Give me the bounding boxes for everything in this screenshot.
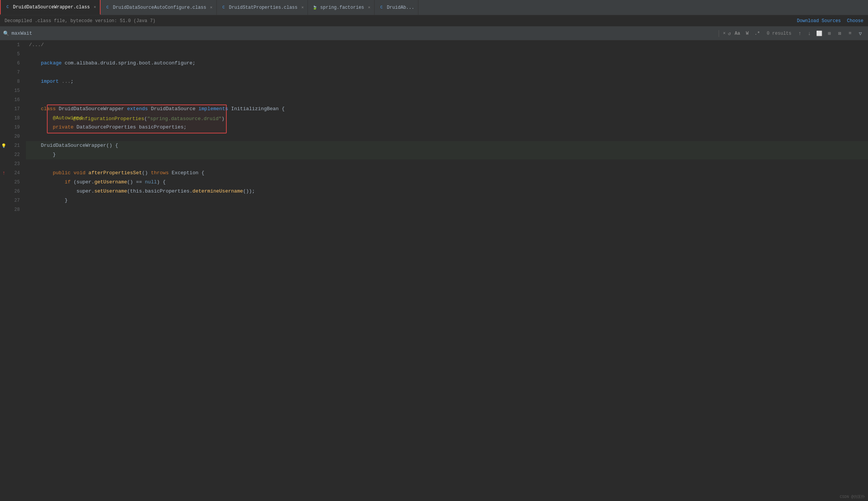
search-input[interactable] [11, 31, 715, 36]
gutter-17 [0, 104, 8, 114]
results-count: 0 results [767, 31, 791, 36]
tab-close-statproperties[interactable]: × [301, 5, 304, 10]
linenum-26: 26 [11, 187, 23, 196]
gutter-8 [0, 77, 8, 86]
tab-statproperties[interactable]: C DruidStatProperties.class × [217, 0, 308, 15]
code-line-1: /.../ [26, 40, 868, 50]
code-line-7 [26, 68, 868, 77]
code-line-19: private DataSourceProperties basicProper… [26, 123, 868, 132]
linenum-28: 28 [11, 205, 23, 214]
code-line-22: } [26, 150, 868, 159]
tab-icon-spring: 🍃 [312, 5, 318, 11]
tab-icon-druidab: C [378, 5, 384, 11]
tab-druid-wrapper[interactable]: C DruidDataSourceWrapper.class × [0, 0, 101, 15]
linenum-24: 24 [11, 169, 23, 178]
linenum-27: 27 [11, 196, 23, 205]
code-line-23 [26, 159, 868, 169]
code-line-5 [26, 50, 868, 59]
linenum-15: 15 [11, 86, 23, 95]
linenum-23: 23 [11, 159, 23, 169]
code-line-6: package com.alibaba.druid.spring.boot.au… [26, 59, 868, 68]
gutter-23 [0, 159, 8, 169]
linenum-6: 6 [11, 59, 23, 68]
tab-label-druidab: DruidAb... [387, 5, 414, 10]
code-line-15 [26, 86, 868, 95]
search-clear-button[interactable]: × [723, 31, 725, 36]
tab-close-wrapper[interactable]: × [94, 5, 96, 10]
search-word-btn[interactable]: W [743, 29, 751, 38]
next-result-btn[interactable]: ↓ [805, 29, 814, 38]
linenum-18: 18 [11, 114, 23, 123]
linenum-16: 16 [11, 95, 23, 104]
options-icon-btn[interactable]: ⊞ [825, 29, 834, 38]
code-line-25: if (super.getUsername() == null) { [26, 178, 868, 187]
tab-spring-factories[interactable]: 🍃 spring.factories × [308, 0, 375, 15]
gutter-20 [0, 132, 8, 141]
gutter-19 [0, 123, 8, 132]
gutter-24: ↑ [0, 169, 8, 178]
gutter-28 [0, 205, 8, 214]
tab-label-wrapper: DruidDataSourceWrapper.class [13, 5, 90, 10]
linenum-19: 19 [11, 123, 23, 132]
gutter-15 [0, 86, 8, 95]
tab-close-spring[interactable]: × [368, 5, 371, 10]
tab-label-spring: spring.factories [320, 5, 364, 10]
tab-bar: C DruidDataSourceWrapper.class × C Druid… [0, 0, 868, 15]
search-toolbar-right: 0 results ↑ ↓ ⬜ ⊞ ⊠ ≡ ▽ [764, 29, 865, 38]
search-options: Aa W .* [733, 29, 761, 38]
code-line-8: import ...; [26, 77, 868, 86]
gutter-27 [0, 196, 8, 205]
tab-label-autoconfigure: DruidDataSourceAutoConfigure.class [113, 5, 206, 10]
wrap-icon-btn[interactable]: ⬜ [815, 29, 824, 38]
search-icon: 🔍 [3, 31, 9, 37]
tab-icon-autoconfigure: C [104, 5, 111, 11]
gutter-18 [0, 114, 8, 123]
search-divider [719, 30, 719, 37]
search-refresh-button[interactable]: ↺ [728, 31, 731, 37]
gutter-21-bulb: 💡 [0, 141, 8, 150]
code-line-16: @ConfigurationProperties("spring.datasou… [26, 95, 868, 104]
search-regex-btn[interactable]: .* [753, 29, 761, 38]
linenum-25: 25 [11, 178, 23, 187]
code-line-21: DruidDataSourceWrapper() { [26, 141, 868, 150]
align-icon-btn[interactable]: ≡ [846, 29, 855, 38]
code-line-26: super.setUsername(this.basicProperties.d… [26, 187, 868, 196]
gutter-26 [0, 187, 8, 196]
tab-druid-ab[interactable]: C DruidAb... [375, 0, 418, 15]
download-sources-link[interactable]: Download Sources [797, 18, 841, 24]
code-area: 💡 ↑ 1 5 6 7 8 15 16 17 18 19 20 21 22 23… [0, 40, 868, 501]
linenum-8: 8 [11, 77, 23, 86]
linenum-5: 5 [11, 50, 23, 59]
gutter-5 [0, 50, 8, 59]
tab-icon-wrapper: C [5, 4, 11, 10]
gutter-16 [0, 95, 8, 104]
gutter-6 [0, 59, 8, 68]
options2-icon-btn[interactable]: ⊠ [835, 29, 844, 38]
filter-icon-btn[interactable]: ▽ [856, 29, 865, 38]
choose-link[interactable]: Choose [847, 18, 863, 24]
info-bar-actions: Download Sources Choose [797, 18, 863, 24]
search-case-btn[interactable]: Aa [733, 29, 741, 38]
line-numbers: 1 5 6 7 8 15 16 17 18 19 20 21 22 23 24 … [8, 40, 26, 501]
tab-label-statproperties: DruidStatProperties.class [229, 5, 298, 10]
code-line-17: class DruidDataSourceWrapper extends Dru… [26, 104, 868, 114]
gutter-1 [0, 40, 8, 50]
info-bar-text: Decompiled .class file, bytecode version… [5, 18, 155, 24]
tab-autoconfigure[interactable]: C DruidDataSourceAutoConfigure.class × [101, 0, 216, 15]
watermark: CSDN @仿匡扑 [840, 494, 865, 499]
gutter-22 [0, 150, 8, 159]
linenum-7: 7 [11, 68, 23, 77]
linenum-20: 20 [11, 132, 23, 141]
linenum-1: 1 [11, 40, 23, 50]
code-line-27: } [26, 196, 868, 205]
info-bar: Decompiled .class file, bytecode version… [0, 15, 868, 27]
tab-icon-statproperties: C [221, 5, 227, 11]
gutter-7 [0, 68, 8, 77]
gutter-area: 💡 ↑ [0, 40, 8, 501]
code-content: /.../ package com.alibaba.druid.spring.b… [26, 40, 868, 501]
code-line-28 [26, 205, 868, 214]
tab-close-autoconfigure[interactable]: × [210, 5, 213, 10]
linenum-17: 17 [11, 104, 23, 114]
prev-result-btn[interactable]: ↑ [796, 29, 804, 38]
linenum-22: 22 [11, 150, 23, 159]
